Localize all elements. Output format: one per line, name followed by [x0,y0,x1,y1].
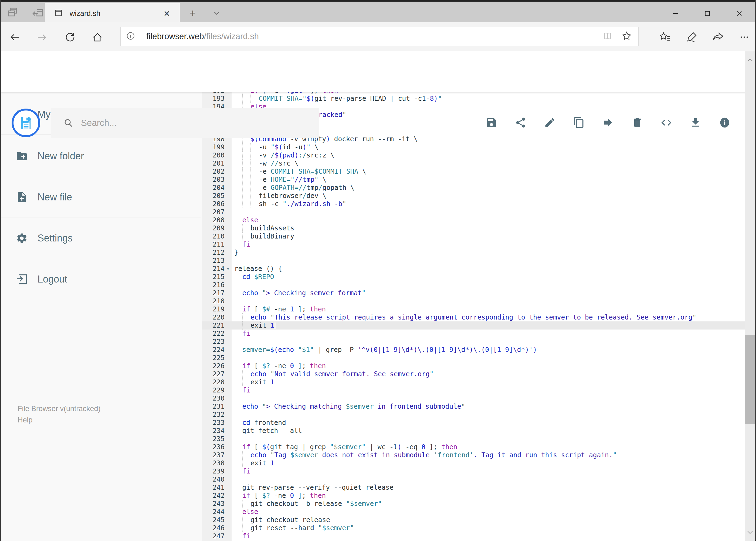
code-line[interactable]: 230 [202,394,747,402]
code-line[interactable]: 247 fi [202,532,747,540]
code-line[interactable]: 227 echo "Not valid semver format. See s… [202,370,747,378]
code-line[interactable]: 228 exit 1 [202,378,747,386]
scroll-down-icon[interactable] [745,526,755,538]
code-line[interactable]: 221 exit 1 [202,321,747,329]
code-line[interactable]: 210 buildBinary [202,232,747,241]
sidebar-item-settings[interactable]: Settings [1,225,202,251]
web-notes-pen-icon[interactable] [684,30,698,44]
code-line[interactable]: 246 git reset --hard "$semver" [202,524,747,532]
fold-marker-icon[interactable]: ▼ [225,265,232,273]
help-link[interactable]: Help [18,414,101,426]
code-line[interactable]: 239 fi [202,467,747,475]
code-line[interactable]: 207 [202,208,747,216]
tab-preview-icon[interactable] [6,5,20,19]
code-line[interactable]: 226 if [ $? -ne 0 ]; then [202,362,747,370]
code-line[interactable]: 245 git checkout release [202,516,747,524]
code-line[interactable]: 204 -e GOPATH=//tmp/gopath \ [202,184,747,192]
code-line[interactable]: 241 git rev-parse --verify --quiet relea… [202,483,747,492]
set-tabs-aside-icon[interactable] [31,5,45,19]
back-button[interactable] [9,32,20,43]
download-icon[interactable] [690,117,701,129]
code-line[interactable]: 193 COMMIT_SHA="$(git rev-parse HEAD | c… [202,95,747,103]
code-text: else [232,216,747,224]
code-line[interactable]: 229 fi [202,386,747,394]
tab-list-chevron-icon[interactable] [210,7,223,19]
line-number: 228 [202,378,225,386]
code-line[interactable]: 244 else [202,508,747,516]
code-line[interactable]: 231 echo "> Checking matching $semver in… [202,402,747,410]
sidebar-item-new-file[interactable]: New file [1,184,202,210]
code-line[interactable]: 235 [202,435,747,443]
close-window-button[interactable] [723,3,755,24]
code-icon[interactable] [660,117,672,129]
code-line[interactable]: 218 [202,297,747,305]
favorites-hub-icon[interactable] [658,30,672,44]
code-line[interactable]: 199 -u "$(id -u)" \ [202,143,747,151]
code-line[interactable]: 209 buildAssets [202,224,747,232]
more-options-icon[interactable] [737,30,751,44]
code-line[interactable]: 192 if [ -d ".git" ]; then [202,92,747,95]
edit-icon[interactable] [544,117,556,129]
code-line[interactable]: 232 [202,410,747,419]
copy-icon[interactable] [573,117,585,129]
sidebar-item-new-folder[interactable]: New folder [1,143,202,169]
code-text: cd frontend [232,419,747,427]
code-line[interactable]: 223 [202,337,747,346]
site-info-icon[interactable] [126,31,135,42]
code-line[interactable]: 205 filebrowser/dev \ [202,192,747,200]
code-line[interactable]: 217 echo "> Checking semver format" [202,289,747,297]
info-icon[interactable] [719,117,731,129]
code-line[interactable]: 211 fi [202,241,747,249]
code-line[interactable]: 236 if [ $(git tag | grep "$semver" | wc… [202,443,747,451]
reading-view-icon[interactable] [603,31,613,42]
refresh-button[interactable] [65,32,75,43]
code-line[interactable]: 208 else [202,216,747,224]
scrollbar-thumb[interactable] [745,335,755,424]
filebrowser-logo[interactable] [12,109,40,137]
maximize-button[interactable] [691,3,723,24]
code-line[interactable]: 214▼release () { [202,265,747,273]
tab-close-icon[interactable]: ✕ [161,9,172,18]
text-cursor [275,322,276,329]
code-line[interactable]: 216 [202,281,747,289]
code-line[interactable]: 238 exit 1 [202,459,747,467]
page-scrollbar[interactable] [745,51,755,541]
code-line[interactable]: 233 cd frontend [202,419,747,427]
code-line[interactable]: 212} [202,249,747,257]
code-line[interactable]: 222 fi [202,329,747,337]
move-icon[interactable] [602,117,614,129]
delete-icon[interactable] [631,117,643,129]
sidebar-item-logout[interactable]: Logout [1,266,202,292]
code-text: -w //src \ [232,159,747,168]
address-bar[interactable]: filebrowser.web/files/wizard.sh [121,27,638,46]
code-line[interactable]: 224 semver=$(echo "$1" | grep -P '^v(0|[… [202,346,747,354]
code-line[interactable]: 220 echo "This release script requires a… [202,313,747,321]
code-line[interactable]: 219 if [ $# -ne 1 ]; then [202,305,747,313]
code-line[interactable]: 243 git checkout -b release "$semver" [202,500,747,508]
search-input[interactable] [81,118,297,128]
code-line[interactable]: 203 -e HOME="//tmp" \ [202,176,747,184]
share-icon[interactable] [515,117,527,129]
code-line[interactable]: 240 [202,475,747,483]
new-tab-button[interactable]: + [186,7,199,19]
code-line[interactable]: 206 sh -c "./wizard.sh -b" [202,200,747,208]
code-line[interactable]: 200 -v /$(pwd):/src:z \ [202,151,747,159]
minimize-button[interactable] [660,3,691,24]
code-line[interactable]: 237 echo "Tag $semver does not exist in … [202,451,747,459]
code-line[interactable]: 234 git fetch --all [202,427,747,435]
browser-tab[interactable]: wizard.sh ✕ [45,3,180,24]
add-favorite-star-icon[interactable] [622,31,632,42]
home-button[interactable] [92,32,103,43]
share-icon-browser[interactable] [711,30,725,44]
code-line[interactable]: 201 -w //src \ [202,159,747,168]
code-line[interactable]: 213 [202,257,747,265]
forward-button[interactable] [36,32,47,43]
code-line[interactable]: 242 if [ $? -ne 0 ]; then [202,492,747,500]
code-line[interactable]: 202 -e COMMIT_SHA=$COMMIT_SHA \ [202,168,747,176]
code-editor[interactable]: 192 if [ -d ".git" ]; then193 COMMIT_SHA… [202,92,747,541]
code-line[interactable]: 225 [202,354,747,362]
search-box[interactable] [51,108,319,138]
save-icon[interactable] [486,117,497,129]
code-line[interactable]: 215 cd $REPO [202,273,747,281]
scroll-up-icon[interactable] [745,54,755,66]
